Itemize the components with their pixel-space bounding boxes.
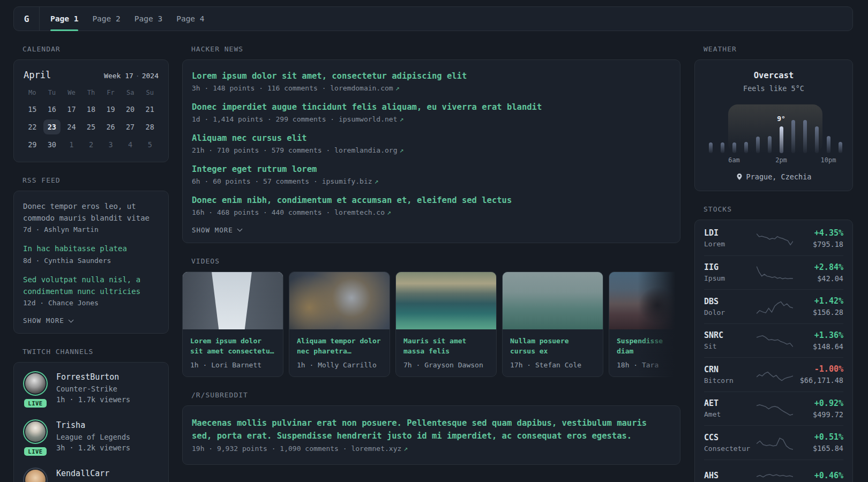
post-meta-text: 19h · 9,932 points · 1,090 comments · lo…	[192, 445, 401, 453]
video-title[interactable]: Lorem ipsum dolor sit amet consectetu…	[190, 336, 275, 357]
stock-name: Sit	[704, 342, 757, 350]
weather-widget-label: WEATHER	[704, 45, 853, 53]
rss-title-link[interactable]: Donec tempor eros leo, ut commodo mauris…	[23, 201, 159, 224]
external-link-icon[interactable]: ↗	[395, 84, 400, 92]
streamer-avatar[interactable]	[23, 468, 48, 482]
twitch-channel-row[interactable]: LIVE ForrestBurton Counter-Strike 1h · 1…	[23, 371, 159, 408]
stock-symbol: AET	[704, 398, 757, 408]
video-thumbnail	[503, 272, 603, 329]
stock-row[interactable]: LDI Lorem +4.35% $795.18	[704, 221, 843, 255]
stock-row[interactable]: CCS Consectetur +0.51% $165.84	[704, 425, 843, 460]
external-link-icon[interactable]: ↗	[400, 115, 404, 123]
rss-title-link[interactable]: In hac habitasse platea	[23, 243, 159, 255]
video-card[interactable]: Lorem ipsum dolor sit amet consectetu… 1…	[182, 272, 283, 377]
twitch-widget: TWITCH CHANNELS LIVE ForrestBurton Count…	[13, 348, 169, 482]
stock-values: +0.51% $165.84	[793, 432, 843, 453]
news-title-link[interactable]: Aliquam nec cursus elit	[192, 133, 671, 144]
stocks-widget-label: STOCKS	[704, 205, 853, 213]
twitch-channel-row[interactable]: KendallCarr	[23, 468, 159, 482]
news-item: Lorem ipsum dolor sit amet, consectetur …	[192, 71, 671, 92]
rss-title-link[interactable]: Sed volutpat nulla nisl, a condimentum n…	[23, 274, 159, 297]
calendar-day: 17	[63, 102, 80, 117]
stock-id: IIG Ipsum	[704, 262, 757, 282]
news-item: Donec enim nibh, condimentum et accumsan…	[192, 195, 671, 216]
streamer-name[interactable]: KendallCarr	[56, 469, 109, 478]
external-link-icon[interactable]: ↗	[403, 445, 408, 453]
news-meta: 3h · 148 points · 116 comments · loremdo…	[192, 84, 671, 92]
calendar-header: April Week 17·2024	[23, 70, 160, 80]
video-card[interactable]: Suspendisse diam 18h · Tara	[609, 272, 680, 377]
calendar-day: 15	[24, 102, 41, 117]
twitch-channel-row[interactable]: LIVE Trisha League of Legends 3h · 1.2k …	[23, 419, 159, 456]
top-navigation: G Page 1 Page 2 Page 3 Page 4	[13, 6, 853, 31]
calendar-day: 22	[24, 119, 41, 134]
stock-row[interactable]: AHS +0.46%	[704, 460, 843, 482]
stock-name: Dolor	[704, 308, 757, 317]
tab-page-2[interactable]: Page 2	[92, 7, 120, 31]
stock-symbol: DBS	[704, 297, 757, 306]
calendar-weekday: Tu	[42, 89, 62, 96]
streamer-name[interactable]: ForrestBurton	[56, 372, 130, 382]
videos-track: Lorem ipsum dolor sit amet consectetu… 1…	[182, 272, 680, 377]
video-title[interactable]: Nullam posuere cursus ex	[510, 336, 595, 357]
stock-change: +0.51%	[793, 432, 843, 442]
video-title[interactable]: Mauris sit amet massa felis	[403, 336, 489, 357]
video-title[interactable]: Aliquam tempor dolor nec pharetra…	[297, 336, 382, 357]
streamer-avatar[interactable]	[23, 419, 48, 444]
weather-hourly-chart: 9°	[704, 104, 845, 153]
streamer-name[interactable]: Trisha	[56, 420, 130, 430]
hackernews-widget: HACKER NEWS Lorem ipsum dolor sit amet, …	[182, 45, 680, 243]
stock-row[interactable]: DBS Dolor +1.42% $156.28	[704, 289, 843, 323]
news-title-link[interactable]: Donec enim nibh, condimentum et accumsan…	[192, 195, 671, 206]
news-meta-text: 1d · 1,414 points · 299 comments · ipsum…	[192, 115, 398, 123]
stock-symbol: CRN	[704, 365, 757, 374]
show-more-button[interactable]: SHOW MORE	[192, 226, 671, 234]
calendar-day: 3	[102, 137, 119, 152]
stock-change: +4.35%	[793, 228, 843, 238]
video-card[interactable]: Aliquam tempor dolor nec pharetra… 1h · …	[289, 272, 390, 377]
stream-category[interactable]: Counter-Strike	[56, 385, 130, 393]
post-title-link[interactable]: Maecenas mollis pulvinar erat non posuer…	[192, 418, 647, 441]
current-temperature-label: 9°	[777, 115, 785, 123]
news-title-link[interactable]: Donec imperdiet augue tincidunt felis al…	[192, 102, 671, 113]
stock-row[interactable]: AET Amet +0.92% $499.72	[704, 391, 843, 426]
stock-row[interactable]: SNRC Sit +1.36% $148.64	[704, 323, 843, 358]
stream-category[interactable]: League of Legends	[56, 433, 130, 441]
weather-card: Overcast Feels like 5°C 9° 6am2pm10pm Pr…	[694, 59, 853, 191]
channel-info: KendallCarr	[56, 468, 109, 482]
news-title-link[interactable]: Integer eget rutrum lorem	[192, 164, 671, 175]
tab-page-3[interactable]: Page 3	[134, 7, 162, 31]
stock-row[interactable]: CRN Bitcorn -1.00% $66,171.48	[704, 357, 843, 391]
stock-price: $148.64	[793, 342, 843, 351]
weather-location[interactable]: Prague, Czechia	[704, 172, 844, 181]
calendar-day-grid: 1516171819202122232425262728293012345	[23, 102, 160, 152]
stock-sparkline	[757, 398, 793, 419]
calendar-day: 24	[63, 119, 80, 134]
stock-symbol: IIG	[704, 262, 757, 272]
stock-values: +2.84% $42.04	[793, 262, 843, 283]
stock-row[interactable]: IIG Ipsum +2.84% $42.04	[704, 255, 843, 290]
news-title-link[interactable]: Lorem ipsum dolor sit amet, consectetur …	[192, 71, 671, 82]
video-title[interactable]: Suspendisse diam	[617, 336, 680, 357]
external-link-icon[interactable]: ↗	[400, 146, 404, 154]
news-item: Integer eget rutrum lorem 6h · 60 points…	[192, 164, 671, 185]
calendar-day: 25	[83, 119, 100, 134]
calendar-widget: CALENDAR April Week 17·2024 MoTuWeThFrSa…	[13, 45, 169, 162]
tab-page-4[interactable]: Page 4	[176, 7, 204, 31]
stock-price: $42.04	[793, 274, 843, 283]
chevron-down-icon	[237, 227, 242, 232]
video-thumbnail	[396, 272, 496, 329]
show-more-button[interactable]: SHOW MORE	[23, 317, 159, 325]
streamer-avatar[interactable]	[23, 371, 48, 396]
external-link-icon[interactable]: ↗	[387, 208, 391, 216]
weather-location-text: Prague, Czechia	[746, 172, 812, 181]
video-card[interactable]: Nullam posuere cursus ex 17h · Stefan Co…	[502, 272, 603, 377]
videos-carousel: Lorem ipsum dolor sit amet consectetu… 1…	[182, 272, 680, 377]
tab-page-1[interactable]: Page 1	[50, 7, 78, 31]
video-body: Suspendisse diam 18h · Tara	[609, 329, 680, 376]
live-badge: LIVE	[24, 399, 46, 408]
app-logo[interactable]: G	[14, 7, 40, 31]
external-link-icon[interactable]: ↗	[375, 177, 379, 185]
video-card[interactable]: Mauris sit amet massa felis 7h · Grayson…	[395, 272, 497, 377]
calendar-day: 1	[63, 137, 80, 152]
